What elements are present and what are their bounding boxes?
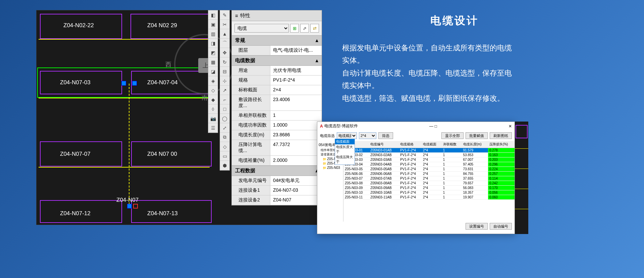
section-project-data[interactable]: 工程数据▴ [232, 166, 322, 176]
property-value[interactable]: Z04-N07 [270, 195, 322, 205]
filter-dropdown-popup[interactable]: 电缆截面 电缆长度大于 电缆压降大于 [335, 139, 355, 165]
dropdown-option[interactable]: 电缆压降大于 [335, 154, 355, 165]
spec-select[interactable]: 2*4 [359, 132, 376, 139]
table-row[interactable]: Z05-N03-04Z05N03-04ABPV1-F-2*42*4197.405… [343, 162, 515, 167]
copy-icon[interactable]: ⧉ [220, 133, 229, 142]
table-row[interactable]: Z05-N03-09Z05N03-09ABPV1-F-2*42*4156.083… [343, 186, 515, 190]
property-key: 连接设备1 [232, 186, 270, 195]
scissors-icon[interactable]: ✂ [220, 20, 229, 29]
iso-icon[interactable]: ◈ [208, 76, 218, 86]
list-icon: ≡ [235, 13, 238, 18]
description-panel: 电缆设计 根据发电单元中设备位置，自动生成所有类型的电缆实体。 自动计算电缆长度… [342, 13, 517, 104]
tree-item[interactable]: Z05-N03 [318, 166, 342, 170]
property-key: 敷设路径长度... [232, 95, 270, 110]
property-key: 规格 [232, 76, 270, 85]
batch-assign-button[interactable]: 批量赋值 [466, 132, 488, 139]
block-label: Z04 N07 00 [147, 151, 177, 157]
cable-selection-dialog: A 电缆选型-博超软件 — □ ✕ 电缆筛选 电缆截面 2*4 筛选 显示全部 … [317, 122, 515, 234]
column-header[interactable]: 压降损失(%) [488, 141, 515, 148]
filter-type-select[interactable]: 电缆截面 [337, 132, 357, 139]
break-icon[interactable]: ⊟ [220, 67, 229, 76]
property-value[interactable]: 1.0000 [270, 121, 322, 130]
cable-table[interactable]: 电缆编号电缆规格电缆截面并联根数电缆长度(m)压降损失(%) Z05-N03-0… [343, 141, 515, 222]
property-value[interactable]: 2.0000 [270, 156, 322, 165]
property-value[interactable]: 电气-电缆设计-电... [270, 46, 322, 55]
column-header[interactable]: 电缆截面 [422, 141, 442, 148]
cube-icon[interactable]: ▦ [208, 57, 218, 67]
view-cube-icon[interactable]: ◧ [208, 10, 218, 20]
pencil-icon[interactable]: ✎ [220, 10, 229, 20]
mirror-icon[interactable]: ▲ [220, 29, 229, 39]
property-value[interactable]: 1 [270, 111, 322, 120]
square-icon[interactable]: □ [220, 104, 229, 114]
table-row[interactable]: Z05-N03-11Z05N03-11ABPV1-F-2*42*4119.907… [343, 195, 515, 200]
block-label: Z04-N07-13 [147, 210, 178, 217]
iso-icon[interactable]: ◆ [208, 95, 218, 104]
column-header[interactable]: 电缆编号 [369, 141, 399, 148]
iso-icon[interactable]: ◇ [208, 86, 218, 95]
property-value[interactable]: 光伏专用电缆 [270, 66, 322, 75]
cube-icon[interactable]: ◩ [208, 48, 218, 57]
page-title: 电缆设计 [392, 13, 517, 28]
block-icon[interactable]: ⬢ [220, 161, 229, 170]
property-value[interactable]: 04#发电单元 [270, 176, 322, 185]
app-icon: A [320, 124, 323, 129]
property-value[interactable]: 23.8686 [270, 130, 322, 140]
table-row[interactable]: Z05-N03-10Z05N03-10ABPV1-F-2*42*4118.357… [343, 190, 515, 195]
table-row[interactable]: Z05-N03-08Z05N03-08ABPV1-F-2*42*4179.657… [343, 181, 515, 186]
section-cable-data[interactable]: 电缆数据▴ [232, 55, 322, 66]
minimize-icon[interactable]: — [429, 124, 433, 129]
cube-icon[interactable]: ▣ [208, 20, 218, 29]
dropdown-option[interactable]: 电缆截面 [335, 139, 355, 144]
cube-icon[interactable]: ◪ [208, 67, 218, 76]
table-row[interactable]: Z05-N03-03Z05N03-03ABPV1-F-2*42*4167.007… [343, 157, 515, 162]
cube-icon[interactable]: ◨ [208, 39, 218, 48]
property-value[interactable]: PV1-F-2*4 [270, 76, 322, 85]
box-icon[interactable]: ▭ [220, 151, 229, 161]
quick-select-icon[interactable]: ⬀ [300, 24, 309, 33]
table-row[interactable]: Z05-N06-06Z05N06-06ABPV1-F-2*42*4184.755… [343, 172, 515, 176]
property-key: 连接设备2 [232, 195, 270, 205]
cube-icon[interactable]: ▥ [208, 29, 218, 39]
camera-icon[interactable]: 📷 [208, 114, 218, 123]
entity-type-select[interactable]: 电缆 [234, 24, 289, 33]
property-key: 单相并联根数 [232, 111, 270, 120]
table-row[interactable]: Z05-N03-07Z05N03-07ABPV1-F-2*42*4137.655… [343, 176, 515, 181]
block-label: Z04-N07 [116, 197, 139, 203]
table-row[interactable]: Z05-N03-02Z05N03-02ABPV1-F-2*42*4153.853… [343, 153, 515, 157]
property-value[interactable]: 47.7372 [270, 140, 322, 155]
property-key: 电缆裕量(%) [232, 156, 270, 165]
toggle-icon[interactable]: ⇄ [310, 24, 319, 33]
column-header[interactable]: 电缆长度(m) [462, 141, 488, 148]
section-general[interactable]: 常规▴ [232, 35, 322, 46]
panel-title: ≡ 特性 [232, 10, 322, 21]
auto-number-button[interactable]: 自动编号 [490, 223, 512, 230]
move-icon[interactable]: ✥ [220, 48, 229, 57]
property-value[interactable]: Z04-N07-03 [270, 186, 322, 195]
column-header[interactable]: 电缆规格 [399, 141, 422, 148]
property-value[interactable]: 23.4006 [270, 95, 322, 110]
column-header[interactable]: 并联根数 [442, 141, 462, 148]
filter-button[interactable]: 筛选 [378, 132, 393, 139]
diamond-icon[interactable]: ◇ [220, 142, 229, 151]
scale-icon[interactable]: ⤢ [220, 123, 229, 133]
extend-icon[interactable]: ↗ [220, 86, 229, 95]
add-selection-icon[interactable]: ⊞ [290, 24, 299, 33]
set-number-button[interactable]: 设置编号 [466, 223, 488, 230]
trim-icon[interactable]: ⊹ [220, 76, 229, 86]
close-icon[interactable]: ✕ [508, 124, 512, 129]
table-row[interactable]: Z05-N03-05Z05N03-05ABPV1-F-2*42*4173.831… [343, 167, 515, 172]
draw-toolbar: ✎ ✂ ▲ ⌒ ✥ ↻ ⊟ ⊹ ↗ ⌐ □ ◯ ⤢ ⧉ ◇ ▭ ⬢ [220, 10, 230, 171]
maximize-icon[interactable]: □ [435, 124, 437, 129]
refresh-drawing-button[interactable]: 刷新图纸 [490, 132, 512, 139]
curve-icon[interactable]: ⌒ [220, 39, 229, 48]
iso-icon[interactable]: ◊ [208, 104, 218, 114]
ellipse-icon[interactable]: ◯ [220, 114, 229, 123]
menu-icon[interactable]: ☰ [208, 123, 218, 133]
dropdown-option[interactable]: 电缆长度大于 [335, 144, 355, 154]
show-all-button[interactable]: 显示全部 [441, 132, 464, 139]
table-row[interactable]: Z05-N03-01Z05N03-01ABPV1-F-2*42*4191.579… [343, 148, 515, 153]
property-value[interactable]: 2×4 [270, 85, 322, 95]
fillet-icon[interactable]: ⌐ [220, 95, 229, 104]
rotate-icon[interactable]: ↻ [220, 57, 229, 67]
